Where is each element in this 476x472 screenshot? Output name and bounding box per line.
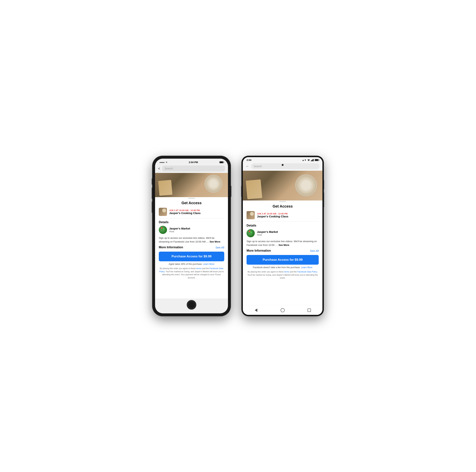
android-terms: By placing this order you agree to these…	[247, 270, 319, 280]
iphone-screen: ●●●● ∿ 2:04 PM < Search	[155, 159, 228, 313]
iphone-event-row: JUN 3 AT 10:00 AM - 12:00 PM Jasper's Co…	[159, 208, 224, 218]
iphone-battery-area	[220, 161, 223, 163]
iphone-hero-image	[155, 173, 228, 197]
android-signal-icon	[311, 159, 314, 161]
android-sheet: Get Access JUN 3 AT 10:00 AM - 12:00 PM …	[243, 200, 323, 305]
iphone-search-input[interactable]: Search	[162, 166, 225, 172]
android-description: Sign up to access our exclusive live vid…	[247, 240, 319, 247]
android-sheet-handle	[279, 201, 286, 202]
android-left-button	[241, 186, 242, 197]
iphone-time: 2:04 PM	[167, 161, 220, 164]
android-host-role: Host	[257, 233, 278, 236]
android-terms-link[interactable]: terms	[284, 271, 289, 273]
iphone-purchase-note: Apple takes 30% of this purchase. Learn …	[159, 263, 224, 265]
iphone-search-placeholder: Search	[165, 167, 173, 170]
android-more-info-title: More Information	[247, 249, 271, 252]
android-see-more[interactable]: See More	[279, 244, 289, 246]
iphone-sheet-title: Get Access	[159, 201, 224, 205]
iphone-see-more[interactable]: See More	[210, 240, 220, 243]
android-time: 2:04	[247, 159, 251, 161]
svg-rect-0	[311, 160, 311, 161]
android-sheet-content: Get Access JUN 3 AT 10:00 AM - 12:00 PM …	[243, 203, 323, 305]
svg-rect-1	[312, 160, 312, 161]
android-battery-icon	[315, 159, 319, 161]
iphone-purchase-button[interactable]: Purchase Access for $9.99	[159, 252, 224, 261]
iphone-status-bar: ●●●● ∿ 2:04 PM	[155, 159, 228, 164]
android-see-all[interactable]: See All	[310, 249, 319, 252]
iphone-description: Sign up to access our exclusive live vid…	[159, 236, 224, 244]
iphone-host-avatar	[159, 226, 167, 234]
android-data-policy-link[interactable]: Facebook Data Policy	[297, 271, 317, 273]
iphone-side-button-mute	[152, 178, 153, 185]
android-nav-recents[interactable]	[306, 307, 312, 313]
android-search-bar: ← Search	[243, 162, 323, 171]
iphone-side-button-vol-up	[152, 188, 153, 199]
android-search-input[interactable]: Search	[251, 163, 320, 169]
android-event-name: Jasper's Cooking Class	[257, 215, 289, 218]
iphone-battery-icon	[220, 161, 223, 163]
iphone-signal-icon: ●●●●	[160, 161, 165, 163]
iphone-event-name: Jasper's Cooking Class	[169, 211, 201, 215]
iphone-more-info-row: More Information See All	[159, 246, 224, 249]
android-learn-more[interactable]: Learn More	[301, 266, 312, 269]
iphone-host-info: Jasper's Market Host	[169, 227, 190, 233]
android-recents-square-icon	[307, 309, 311, 312]
iphone-event-date: JUN 3 AT 10:00 AM - 12:00 PM	[169, 209, 201, 211]
android-device: 2:04 ▲▼	[242, 156, 323, 316]
iphone-learn-more[interactable]: Learn More	[203, 263, 214, 265]
android-purchase-button[interactable]: Purchase Access for $9.99	[247, 255, 319, 265]
android-event-date: JUN 3 AT 10:00 AM - 12:00 PM	[257, 212, 289, 215]
android-back-triangle-icon	[255, 309, 257, 312]
android-details-title: Details	[247, 224, 319, 227]
iphone-search-bar: < Search	[155, 164, 228, 173]
android-back-button[interactable]: ←	[246, 164, 249, 168]
iphone-signal-area: ●●●● ∿	[160, 161, 167, 163]
iphone-terms: By placing this order you agree to these…	[159, 267, 224, 279]
android-purchase-note: Facebook doesn't take a fee from this pu…	[247, 266, 319, 269]
android-event-info: JUN 3 AT 10:00 AM - 12:00 PM Jasper's Co…	[257, 212, 289, 218]
iphone-sheet-content: Get Access JUN 3 AT 10:00 AM - 12:00 PM …	[155, 199, 228, 298]
android-power-button	[323, 180, 324, 190]
iphone-host-row: Jasper's Market Host	[159, 226, 224, 234]
android-event-thumbnail	[247, 211, 255, 219]
iphone-sheet-handle	[188, 198, 195, 199]
android-host-name: Jasper's Market	[257, 230, 278, 233]
android-status-icons: ▲▼	[302, 159, 319, 161]
iphone-home-button[interactable]	[187, 300, 196, 310]
iphone-side-button-right	[231, 186, 231, 197]
iphone-wifi-icon: ∿	[166, 161, 167, 163]
android-more-info-row: More Information See All	[247, 249, 319, 252]
iphone-side-button-vol-down	[152, 202, 153, 213]
page-container: ●●●● ∿ 2:04 PM < Search	[153, 156, 323, 316]
android-host-avatar	[247, 229, 255, 237]
android-sheet-title: Get Access	[247, 204, 319, 209]
android-home-circle-icon	[281, 308, 285, 312]
iphone-event-info: JUN 3 AT 10:00 AM - 12:00 PM Jasper's Co…	[169, 209, 201, 215]
iphone-back-button[interactable]: <	[158, 166, 160, 171]
iphone-bottom-area	[155, 298, 228, 313]
android-camera	[282, 164, 284, 166]
android-host-row: Jasper's Market Host	[247, 229, 319, 237]
svg-rect-2	[312, 159, 313, 161]
iphone-more-info-title: More Information	[159, 246, 183, 249]
iphone-see-all[interactable]: See All	[216, 246, 224, 249]
svg-rect-3	[313, 159, 314, 161]
android-nav-back[interactable]	[253, 307, 259, 313]
iphone-device: ●●●● ∿ 2:04 PM < Search	[153, 156, 231, 316]
android-nav-home[interactable]	[280, 307, 285, 313]
iphone-event-thumbnail	[159, 208, 167, 216]
android-host-info: Jasper's Market Host	[257, 230, 278, 236]
iphone-host-name: Jasper's Market	[169, 227, 190, 230]
android-search-placeholder: Search	[254, 165, 262, 168]
android-nav-bar	[243, 305, 323, 315]
android-vol-button	[323, 192, 324, 207]
android-status-bar: 2:04 ▲▼	[243, 157, 323, 162]
iphone-details-title: Details	[159, 221, 224, 224]
iphone-host-role: Host	[169, 230, 190, 233]
android-screen: 2:04 ▲▼	[243, 157, 323, 315]
android-data-icon: ▲▼	[302, 159, 306, 161]
android-hero-image	[243, 171, 323, 200]
iphone-terms-link[interactable]: terms	[196, 267, 202, 269]
iphone-sheet: Get Access JUN 3 AT 10:00 AM - 12:00 PM …	[155, 196, 228, 298]
android-event-row: JUN 3 AT 10:00 AM - 12:00 PM Jasper's Co…	[247, 211, 319, 222]
